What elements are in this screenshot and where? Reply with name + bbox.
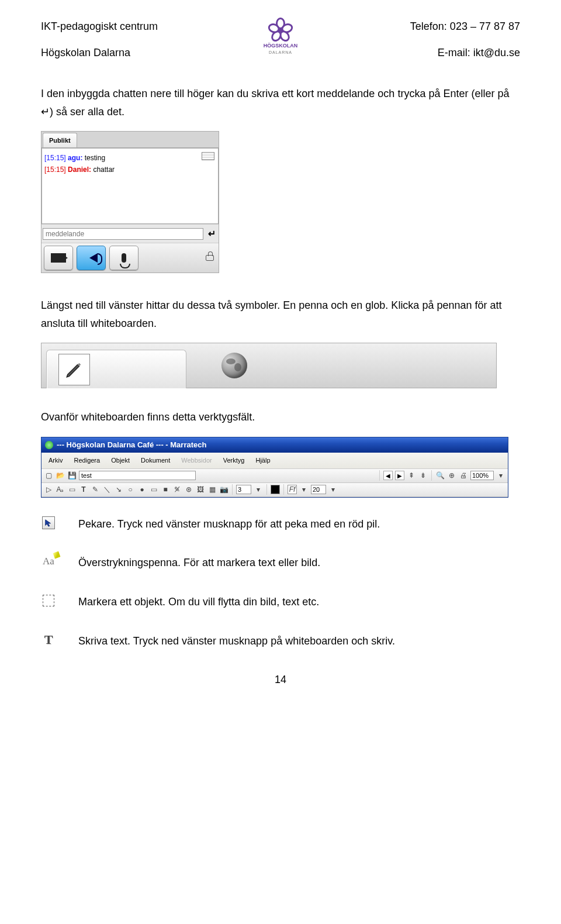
school-name: Högskolan Dalarna — [41, 44, 199, 62]
marquee-tool-icon[interactable]: ▭ — [67, 485, 77, 494]
text-icon: T — [41, 632, 56, 647]
next-page-button[interactable]: ▶ — [395, 471, 404, 480]
open-icon[interactable]: 📂 — [56, 471, 65, 480]
page-number: 14 — [41, 671, 520, 689]
header-logo: HÖGSKOLAN DALARNA — [199, 18, 362, 56]
menu-bar: Arkiv Redigera Objekt Dokument Webbsidor… — [41, 453, 508, 469]
page-down-icon[interactable]: ⇟ — [418, 471, 428, 480]
chat-user-2: Daniel: — [68, 166, 91, 174]
prev-page-button[interactable]: ◀ — [383, 471, 393, 480]
line-tool-icon[interactable]: ＼ — [102, 485, 112, 494]
menu-dokument[interactable]: Dokument — [136, 454, 175, 467]
marratech-toolbar-screenshot: --- Högskolan Dalarna Café --- - Marrate… — [41, 437, 508, 498]
chat-screenshot: Publikt [15:15] agu: testing [15:15] Dan… — [41, 131, 219, 273]
marquee-text: Markera ett objekt. Om du vill flytta di… — [78, 593, 520, 611]
paragraph-2: Längst ned till vänster hittar du dessa … — [41, 296, 520, 332]
microphone-button[interactable] — [109, 246, 138, 270]
chat-log: [15:15] agu: testing [15:15] Daniel: cha… — [41, 148, 219, 224]
chat-time-1: [15:15] — [44, 154, 66, 162]
chat-input-row: ↵ — [41, 224, 219, 243]
pointer-text: Pekare. Tryck ned vänster musknapp för a… — [78, 515, 520, 533]
menu-redigera[interactable]: Redigera — [70, 454, 105, 467]
image-tool-icon[interactable]: 🖼 — [196, 485, 205, 494]
pointer-icon — [41, 515, 56, 530]
stroke-width-input[interactable] — [236, 485, 251, 494]
color-swatch[interactable] — [271, 485, 280, 494]
paragraph-3: Ovanför whiteboarden finns detta verktyg… — [41, 408, 520, 426]
highlighter-icon: Aa — [41, 554, 56, 569]
chat-toolbar — [41, 243, 219, 273]
window-title: --- Högskolan Dalarna Café --- - Marrate… — [57, 439, 206, 451]
crosshair-icon[interactable]: ⊕ — [447, 471, 456, 480]
header-right: Telefon: 023 – 77 87 87 E-mail: ikt@du.s… — [362, 18, 520, 61]
speaker-icon — [85, 253, 98, 263]
header-left: IKT-pedagogiskt centrum Högskolan Dalarn… — [41, 18, 199, 61]
pen-segment — [46, 350, 186, 388]
org-name: IKT-pedagogiskt centrum — [41, 18, 199, 36]
tool-row-text: T Skriva text. Tryck ned vänster musknap… — [41, 632, 520, 650]
ellipse-tool-icon[interactable]: ○ — [126, 485, 135, 494]
tool-row-highlighter: Aa Överstrykningspenna. För att markera … — [41, 554, 520, 572]
logo-title: HÖGSKOLAN — [199, 43, 362, 49]
toolbar-row-1: ▢ 📂 💾 ◀ ▶ ⇞ ⇟ 🔍 ⊕ 🖨 ▾ — [41, 469, 508, 483]
tool-row-pointer: Pekare. Tryck ned vänster musknapp för a… — [41, 515, 520, 533]
pen-tool-icon[interactable]: ✎ — [91, 485, 100, 494]
highlighter-text: Överstrykningspenna. För att markera tex… — [78, 554, 520, 572]
send-icon[interactable]: ↵ — [206, 226, 217, 242]
marquee-icon — [41, 593, 56, 608]
tool-row-marquee: Markera ett objekt. Om du vill flytta di… — [41, 593, 520, 611]
eraser-tool-icon[interactable]: ✎̸ — [172, 485, 182, 494]
app-icon — [45, 441, 53, 449]
zoom-tool-icon[interactable]: 🔍 — [435, 471, 445, 480]
rect-tool-icon[interactable]: ▭ — [149, 485, 158, 494]
pen-button[interactable] — [58, 354, 90, 385]
chat-tab-publikt[interactable]: Publikt — [43, 133, 77, 147]
menu-objekt[interactable]: Objekt — [106, 454, 134, 467]
paragraph-1: I den inbyggda chatten nere till höger k… — [41, 85, 520, 120]
wheel-tool-icon[interactable]: ⊛ — [184, 485, 193, 494]
document-name-input[interactable] — [79, 471, 196, 480]
grid-tool-icon[interactable]: ▦ — [207, 485, 217, 494]
filled-rect-icon[interactable]: ■ — [161, 485, 170, 494]
print-icon[interactable]: 🖨 — [459, 471, 468, 480]
fontsize-dropdown-icon[interactable]: ▾ — [328, 485, 338, 494]
font-button[interactable]: Ff — [288, 485, 297, 494]
save-icon[interactable]: 💾 — [67, 471, 77, 480]
zoom-dropdown-icon[interactable]: ▾ — [496, 471, 505, 480]
text-tool-icon[interactable]: T — [79, 485, 88, 494]
speaker-button[interactable] — [77, 246, 106, 270]
pencil-icon — [64, 360, 84, 380]
lock-icon[interactable] — [206, 255, 214, 261]
menu-verktyg[interactable]: Verktyg — [219, 454, 250, 467]
menu-arkiv[interactable]: Arkiv — [44, 454, 67, 467]
globe-icon — [221, 353, 247, 378]
page-up-icon[interactable]: ⇞ — [407, 471, 416, 480]
font-size-input[interactable] — [311, 485, 326, 494]
pointer-tool-icon[interactable]: ▷ — [44, 485, 53, 494]
menu-webbsidor: Webbsidor — [176, 454, 216, 467]
chat-message-1: [15:15] agu: testing — [44, 152, 216, 164]
chat-input[interactable] — [43, 228, 203, 240]
window-titlebar: --- Högskolan Dalarna Café --- - Marrate… — [41, 437, 508, 453]
email-text: E-mail: ikt@du.se — [362, 44, 520, 62]
zoom-input[interactable] — [470, 471, 494, 480]
flower-icon — [268, 18, 293, 42]
font-dropdown-icon[interactable]: ▾ — [299, 485, 309, 494]
menu-hjalp[interactable]: Hjälp — [251, 454, 275, 467]
filled-ellipse-icon[interactable]: ● — [137, 485, 147, 494]
stroke-dropdown-icon[interactable]: ▾ — [254, 485, 263, 494]
highlighter-tool-icon[interactable]: Aₐ — [56, 485, 65, 494]
new-doc-icon[interactable]: ▢ — [44, 471, 53, 480]
microphone-icon — [122, 253, 126, 263]
chat-text-1: testing — [85, 154, 105, 162]
chat-message-2: [15:15] Daniel: chattar — [44, 164, 216, 175]
camera-button[interactable] — [44, 246, 73, 270]
arrow-tool-icon[interactable]: ↘ — [114, 485, 123, 494]
tool-descriptions: Pekare. Tryck ned vänster musknapp för a… — [41, 515, 520, 650]
phone-text: Telefon: 023 – 77 87 87 — [362, 18, 520, 36]
toolbar-row-2: ▷ Aₐ ▭ T ✎ ＼ ↘ ○ ● ▭ ■ ✎̸ ⊛ 🖼 ▦ 📷 ▾ Ff ▾… — [41, 483, 508, 497]
keyboard-icon[interactable] — [202, 152, 214, 160]
camera-icon — [51, 253, 66, 263]
camera-tool-icon[interactable]: 📷 — [219, 485, 228, 494]
globe-button[interactable] — [221, 353, 247, 378]
